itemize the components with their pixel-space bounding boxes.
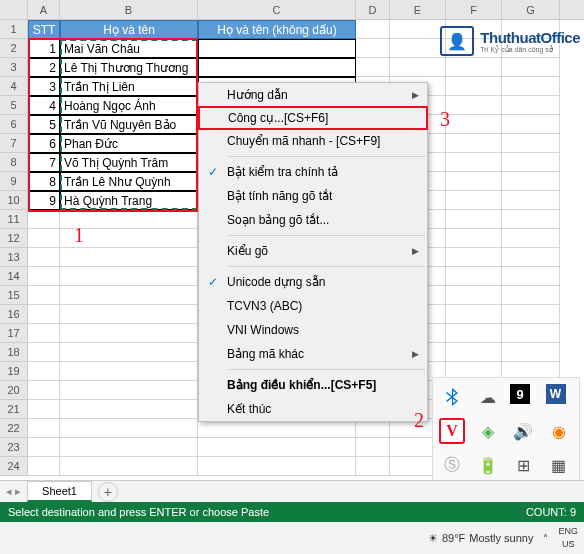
menu-item-kieu-go[interactable]: Kiểu gõ▶ (199, 239, 427, 263)
row-header[interactable]: 24 (0, 457, 28, 476)
cell[interactable] (446, 153, 502, 172)
cell[interactable] (28, 381, 60, 400)
add-sheet-button[interactable]: + (98, 482, 118, 502)
cell[interactable] (28, 286, 60, 305)
cell[interactable] (502, 248, 560, 267)
cell[interactable] (390, 58, 446, 77)
cell-name[interactable]: Phan Đức (60, 134, 198, 153)
cell[interactable] (198, 438, 356, 457)
cell[interactable] (502, 77, 560, 96)
col-header-d[interactable]: D (356, 0, 390, 19)
app-icon[interactable]: ▦ (546, 452, 572, 478)
row-header[interactable]: 23 (0, 438, 28, 457)
menu-item-go-tat[interactable]: Bật tính năng gõ tắt (199, 184, 427, 208)
menu-item-soan-bang[interactable]: Soạn bảng gõ tắt... (199, 208, 427, 232)
cell[interactable] (502, 96, 560, 115)
row-header[interactable]: 9 (0, 172, 28, 191)
bluetooth-icon[interactable] (439, 384, 465, 410)
row-header[interactable]: 7 (0, 134, 28, 153)
cell[interactable] (446, 115, 502, 134)
cell-name[interactable]: Trần Vũ Nguyên Bảo (60, 115, 198, 134)
cell[interactable] (446, 229, 502, 248)
weather-widget[interactable]: ☀ 89°F Mostly sunny (428, 532, 534, 545)
cell-stt[interactable]: 9 (28, 191, 60, 210)
cell[interactable] (502, 229, 560, 248)
menu-item-huong-dan[interactable]: Hướng dẫn▶ (199, 83, 427, 107)
cell[interactable] (198, 39, 356, 58)
cell[interactable] (28, 324, 60, 343)
menu-item-exit[interactable]: Kết thúc (199, 397, 427, 421)
row-header[interactable]: 20 (0, 381, 28, 400)
cell-header-stt[interactable]: STT (28, 20, 60, 39)
battery-icon[interactable]: 🔋 (475, 452, 501, 478)
row-header[interactable]: 13 (0, 248, 28, 267)
menu-item-vni[interactable]: VNI Windows (199, 318, 427, 342)
row-header[interactable]: 6 (0, 115, 28, 134)
cell-stt[interactable]: 1 (28, 39, 60, 58)
cell-stt[interactable]: 2 (28, 58, 60, 77)
cell[interactable] (390, 39, 446, 58)
row-header[interactable]: 3 (0, 58, 28, 77)
cell[interactable] (60, 381, 198, 400)
cell-name[interactable]: Lê Thị Thương Thương (60, 58, 198, 77)
cell[interactable] (502, 305, 560, 324)
cell[interactable] (390, 20, 446, 39)
avast-icon[interactable]: ◉ (546, 418, 572, 444)
cell[interactable] (60, 457, 198, 476)
cell[interactable] (502, 324, 560, 343)
cell[interactable] (446, 305, 502, 324)
cell-stt[interactable]: 6 (28, 134, 60, 153)
col-header-e[interactable]: E (390, 0, 446, 19)
cell-stt[interactable]: 5 (28, 115, 60, 134)
cell-name[interactable]: Hoàng Ngọc Ánh (60, 96, 198, 115)
row-header[interactable]: 15 (0, 286, 28, 305)
cell[interactable] (502, 172, 560, 191)
cell[interactable] (28, 305, 60, 324)
cell[interactable] (28, 229, 60, 248)
cell[interactable] (502, 286, 560, 305)
col-header-a[interactable]: A (28, 0, 60, 19)
cell[interactable] (28, 343, 60, 362)
cell-header-name[interactable]: Họ và tên (60, 20, 198, 39)
tab-nav-arrows[interactable]: ◂ ▸ (0, 485, 27, 498)
menu-item-cong-cu[interactable]: Công cụ...[CS+F6] (198, 106, 428, 130)
tray-chevron-icon[interactable]: ˄ (543, 533, 548, 544)
select-all-corner[interactable] (0, 0, 28, 19)
cell-name[interactable]: Mai Văn Châu (60, 39, 198, 58)
cell[interactable] (28, 210, 60, 229)
row-header[interactable]: 12 (0, 229, 28, 248)
col-header-f[interactable]: F (446, 0, 502, 19)
row-header[interactable]: 11 (0, 210, 28, 229)
cell[interactable] (446, 96, 502, 115)
row-header[interactable]: 1 (0, 20, 28, 39)
cell[interactable] (446, 134, 502, 153)
menu-item-tcvn3[interactable]: TCVN3 (ABC) (199, 294, 427, 318)
speaker-icon[interactable]: 🔊 (510, 418, 536, 444)
cell[interactable] (446, 248, 502, 267)
cell[interactable] (28, 400, 60, 419)
cell-header-name-nd[interactable]: Họ và tên (không dấu) (198, 20, 356, 39)
cell[interactable] (502, 343, 560, 362)
menu-item-spellcheck[interactable]: ✓Bật kiểm tra chính tả (199, 160, 427, 184)
cell-stt[interactable]: 4 (28, 96, 60, 115)
cell[interactable] (60, 305, 198, 324)
cell[interactable] (60, 438, 198, 457)
cell-name[interactable]: Võ Thị Quỳnh Trâm (60, 153, 198, 172)
cell-name[interactable]: Trần Thị Liên (60, 77, 198, 96)
menu-item-chuyen-ma[interactable]: Chuyển mã nhanh - [CS+F9] (199, 129, 427, 153)
cell[interactable] (28, 362, 60, 381)
row-header[interactable]: 5 (0, 96, 28, 115)
cell[interactable] (502, 115, 560, 134)
menu-item-unicode[interactable]: ✓Unicode dựng sẵn (199, 270, 427, 294)
cell[interactable] (446, 267, 502, 286)
row-header[interactable]: 8 (0, 153, 28, 172)
menu-item-bang-ma[interactable]: Bảng mã khác▶ (199, 342, 427, 366)
cell[interactable] (60, 362, 198, 381)
cell[interactable] (502, 153, 560, 172)
cell-name[interactable]: Trần Lê Như Quỳnh (60, 172, 198, 191)
menu-item-control-panel[interactable]: Bảng điều khiển...[CS+F5] (199, 373, 427, 397)
row-header[interactable]: 14 (0, 267, 28, 286)
cell[interactable] (28, 267, 60, 286)
cell[interactable] (446, 77, 502, 96)
word-icon[interactable]: W (546, 384, 566, 404)
